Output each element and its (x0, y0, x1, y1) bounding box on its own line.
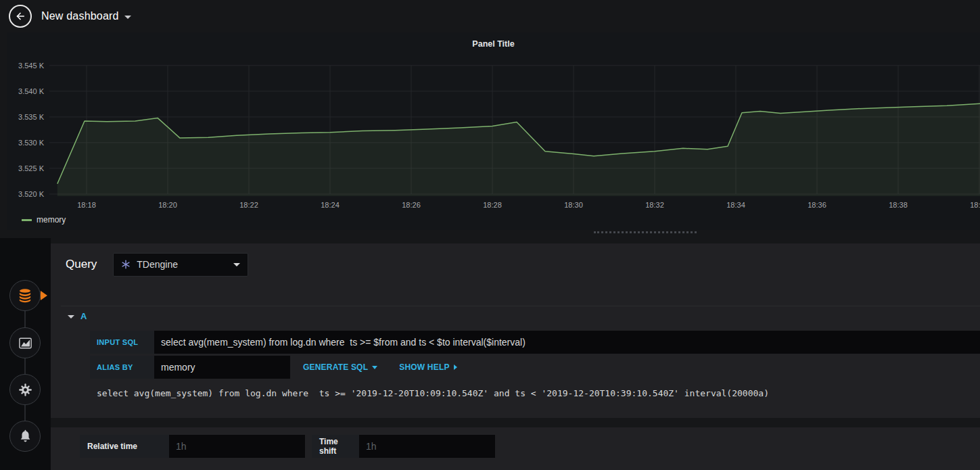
svg-text:18:28: 18:28 (483, 201, 502, 209)
datasource-name: TDengine (137, 259, 178, 270)
svg-text:18:32: 18:32 (645, 201, 664, 209)
queries-section: Query TDengine A INPUT SQL (51, 243, 980, 418)
legend-label: memory (37, 215, 66, 225)
alias-by-label: ALIAS BY (90, 356, 154, 379)
svg-text:18:30: 18:30 (564, 201, 583, 209)
edit-tab-rail (0, 238, 51, 470)
tab-visualization[interactable] (9, 327, 41, 358)
chevron-down-icon (372, 366, 377, 369)
show-help-label: SHOW HELP (399, 362, 449, 372)
tdengine-logo (121, 260, 131, 269)
chevron-right-icon (454, 365, 457, 370)
bell-icon (18, 429, 33, 444)
back-button[interactable] (9, 5, 32, 28)
datasource-picker[interactable]: TDengine (113, 253, 248, 277)
grafana-edit-page: New dashboard Panel Title 3.545 K3.540 K… (0, 0, 980, 470)
svg-text:3.525 K: 3.525 K (18, 164, 45, 172)
query-header: Query TDengine (51, 243, 980, 285)
collapse-caret-icon (68, 315, 74, 319)
panel-resize-handle[interactable] (594, 231, 697, 233)
svg-text:18:22: 18:22 (239, 201, 258, 209)
input-sql-field[interactable] (154, 331, 980, 354)
dashboard-title[interactable]: New dashboard (41, 10, 119, 22)
svg-text:18:20: 18:20 (158, 201, 177, 209)
svg-text:3.540 K: 3.540 K (18, 87, 45, 95)
query-ref-id: A (80, 311, 87, 321)
chart-icon (18, 335, 33, 351)
database-icon (16, 287, 34, 304)
active-tab-arrow-icon (41, 291, 47, 300)
generated-sql-preview: select avg(mem_system) from log.dn where… (97, 388, 966, 398)
svg-text:18:26: 18:26 (402, 201, 421, 209)
show-help-button[interactable]: SHOW HELP (390, 356, 465, 379)
svg-text:18:34: 18:34 (726, 201, 745, 209)
relative-time-field[interactable] (169, 435, 305, 458)
time-shift-label: Time shift (312, 435, 359, 458)
svg-text:18:38: 18:38 (889, 201, 908, 209)
tab-rail-connector (24, 296, 26, 436)
alias-by-field[interactable] (154, 356, 290, 379)
time-options-section: Relative time Time shift (51, 427, 980, 470)
gear-icon (18, 382, 33, 398)
svg-text:3.535 K: 3.535 K (18, 113, 45, 121)
svg-text:18:36: 18:36 (808, 201, 826, 209)
tab-general[interactable] (9, 374, 41, 405)
query-row-header[interactable]: A (61, 306, 980, 326)
relative-time-label: Relative time (80, 435, 169, 458)
legend-item-memory[interactable]: memory (22, 215, 66, 225)
chevron-down-icon (233, 263, 240, 266)
arrow-left-icon (14, 10, 26, 22)
svg-text:3.545 K: 3.545 K (18, 62, 45, 70)
legend-color-dash (22, 219, 32, 221)
svg-text:18:40: 18:40 (970, 201, 980, 209)
time-shift-field[interactable] (359, 435, 495, 458)
svg-text:18:18: 18:18 (77, 201, 96, 209)
tab-queries[interactable] (9, 280, 41, 311)
query-section-title: Query (66, 258, 97, 271)
svg-text:3.530 K: 3.530 K (18, 139, 45, 147)
panel-editor: Query TDengine A INPUT SQL (51, 238, 980, 470)
graph-panel: Panel Title 3.545 K3.540 K3.535 K3.530 K… (7, 32, 980, 230)
tab-alert[interactable] (9, 421, 41, 452)
alias-by-row: ALIAS BY GENERATE SQL SHOW HELP (90, 356, 980, 379)
time-series-chart[interactable]: 3.545 K3.540 K3.535 K3.530 K3.525 K3.520… (7, 32, 980, 230)
chevron-down-icon[interactable] (124, 16, 131, 19)
top-bar: New dashboard (0, 0, 980, 32)
input-sql-row: INPUT SQL (90, 331, 980, 354)
time-options-row: Relative time Time shift (80, 435, 980, 458)
generate-sql-button[interactable]: GENERATE SQL (294, 356, 386, 379)
svg-text:3.520 K: 3.520 K (18, 190, 45, 198)
generate-sql-label: GENERATE SQL (303, 362, 368, 372)
svg-text:18:24: 18:24 (321, 201, 340, 209)
input-sql-label: INPUT SQL (90, 331, 154, 354)
